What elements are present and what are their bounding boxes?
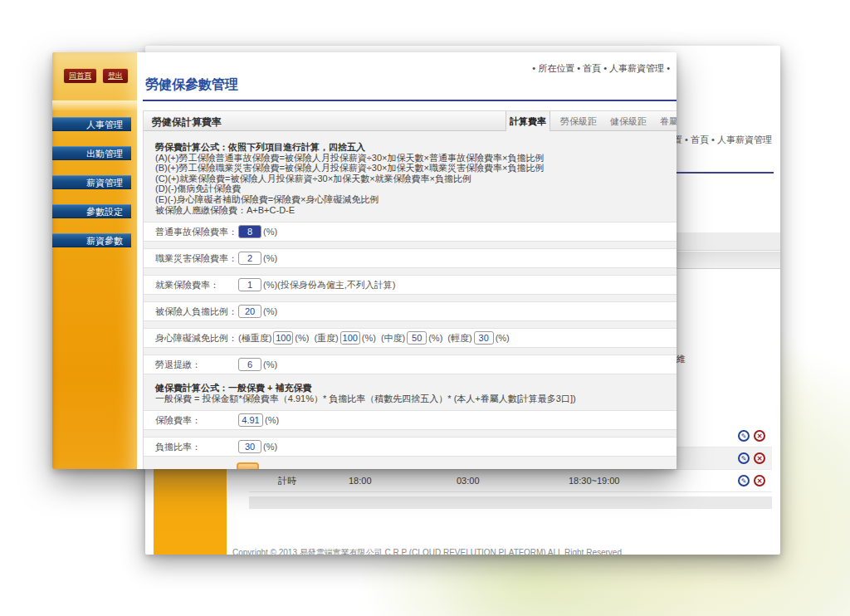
sidebar-item-attendance[interactable]: 出勤管理 — [52, 146, 131, 160]
sidebar-item-parameter-settings[interactable]: 參數設定 — [52, 204, 131, 218]
disability-severe-input[interactable] — [340, 331, 360, 345]
formula-line: (C)(+)就業保險費=被保險人月投保薪資÷30×加保天數×就業保險費率×負擔比… — [155, 174, 665, 184]
severity-label: (中度) — [381, 332, 405, 345]
tab-calculation-rate[interactable]: 計算費率 — [506, 111, 550, 131]
sidebar-item-salary[interactable]: 薪資管理 — [52, 175, 131, 189]
field-label: 勞退提繳： — [155, 359, 238, 371]
field-suffix: (%) — [263, 227, 277, 237]
partially-hidden-text: 維 — [677, 353, 686, 365]
copyright-text: Copyright © 2013 易發雲端實業有限公司 C.R.P (CLOUD… — [232, 547, 622, 555]
field-suffix: (%) — [263, 442, 277, 452]
breadcrumb[interactable]: • 所在位置 • 首頁 • 人事薪資管理 • — [532, 62, 670, 75]
table-footer-bar — [249, 496, 772, 509]
occupational-rate-input[interactable] — [238, 252, 261, 265]
sidebar-highlight — [52, 100, 137, 110]
formula-line: 勞保費計算公式：依照下列項目進行計算，四捨五入 — [155, 142, 665, 153]
health-rate-input[interactable] — [238, 413, 263, 427]
table-cell-type: 計時 — [249, 475, 349, 487]
field-label: 就業保險費率： — [155, 279, 238, 291]
field-suffix: (%) — [362, 333, 376, 343]
save-button[interactable] — [237, 462, 259, 469]
labor-formula-block: 勞保費計算公式：依照下列項目進行計算，四捨五入 (A)(+)勞工保險普通事故保險… — [155, 142, 665, 215]
health-burden-input[interactable] — [238, 440, 261, 453]
table-row[interactable]: 計時 18:00 03:00 18:30~19:00 ✎ ✕ — [249, 470, 772, 492]
insured-burden-input[interactable] — [238, 305, 261, 318]
field-suffix: (%) — [496, 333, 510, 343]
section-title: 勞健保計算費率 — [152, 115, 222, 130]
sidebar-item-salary-parameters[interactable]: 薪資參數 — [52, 233, 131, 247]
form-row-health-rate: 保險費率： (%) — [144, 410, 677, 430]
disability-moderate-input[interactable] — [407, 331, 427, 345]
field-suffix: (%) — [295, 333, 309, 343]
formula-line: (A)(+)勞工保險普通事故保險費=被保險人月投保薪資÷30×加保天數×普通事故… — [155, 153, 665, 164]
field-suffix: (%) — [263, 253, 277, 263]
severity-label: (極重度) — [238, 332, 271, 345]
main-content: • 所在位置 • 首頁 • 人事薪資管理 • 勞健保參數管理 勞健保計算費率 計… — [137, 52, 677, 469]
form-row-occupational-rate: 職業災害保險費率： (%) — [144, 248, 677, 268]
form-row-accident-rate: 普通事故保險費率： (%) — [144, 222, 677, 242]
formula-line: 被保險人應繳保險費：A+B+C-D-E — [155, 205, 665, 216]
tab-health-insurance-brackets[interactable]: 健保級距 — [607, 111, 650, 131]
disability-extreme-input[interactable] — [273, 331, 293, 345]
formula-line: 健保費計算公式：一般保費 + 補充保費 — [155, 383, 665, 394]
home-button[interactable]: 回首頁 — [63, 68, 97, 84]
edit-icon[interactable]: ✎ — [738, 430, 750, 442]
field-label: 普通事故保險費率： — [155, 226, 238, 238]
severity-label: (輕度) — [447, 332, 471, 345]
field-label: 被保險人負擔比例： — [155, 306, 238, 318]
field-label: 身心障礙減免比例： — [155, 332, 238, 345]
delete-icon[interactable]: ✕ — [754, 430, 765, 442]
field-label: 職業災害保險費率： — [155, 252, 238, 265]
form-row-health-burden: 負擔比率： (%) — [144, 437, 677, 457]
formula-line: (B)(+)勞工保險職業災害保險費=被保險人月投保薪資÷30×加保天數×職業災害… — [155, 163, 665, 174]
field-suffix: (%) — [263, 359, 277, 369]
panel-header: 勞健保計算費率 計算費率 勞保級距 健保級距 眷屬稱謂 — [144, 111, 677, 131]
field-suffix: (%)(投保身份為僱主,不列入計算) — [263, 279, 396, 291]
field-label: 負擔比率： — [155, 441, 238, 453]
form-row-insured-burden: 被保險人負擔比例： (%) — [144, 301, 677, 321]
delete-icon[interactable]: ✕ — [754, 475, 765, 486]
field-suffix: (%) — [263, 306, 277, 316]
form-row-disability-discount: 身心障礙減免比例： (極重度) (%) (重度) (%) (中度) (%) (輕… — [144, 328, 677, 348]
formula-line: 一般保費 = 投保金額*保險費率（4.91%）* 負擔比率（積數先四捨五入）* … — [155, 394, 665, 404]
desktop: • 所在位置 • 首頁 • 人事薪資管理 維 ✎ ✕ ✎ ✕ 計時 — [0, 0, 850, 616]
formula-line: (E)(-)身心障礙者補助保險費=保險費×身心障礙減免比例 — [155, 194, 665, 205]
delete-icon[interactable]: ✕ — [754, 452, 765, 464]
form-row-employment-rate: 就業保險費率： (%)(投保身份為僱主,不列入計算) — [144, 275, 677, 295]
tab-bar: 計算費率 勞保級距 健保級距 眷屬稱謂 — [506, 111, 677, 131]
page-title: 勞健保參數管理 — [145, 76, 238, 94]
sidebar-item-hr[interactable]: 人事管理 — [52, 117, 131, 131]
sidebar-menu: 人事管理 出勤管理 薪資管理 參數設定 薪資參數 — [52, 117, 131, 262]
severity-label: (重度) — [314, 332, 338, 345]
edit-icon[interactable]: ✎ — [738, 452, 750, 464]
field-label: 保險費率： — [155, 414, 238, 427]
edit-icon[interactable]: ✎ — [738, 475, 750, 486]
tab-dependent-titles[interactable]: 眷屬稱謂 — [657, 111, 677, 131]
health-formula-block: 健保費計算公式：一般保費 + 補充保費 一般保費 = 投保金額*保險費率（4.9… — [155, 383, 665, 403]
sidebar: 回首頁 登出 人事管理 出勤管理 薪資管理 參數設定 薪資參數 — [52, 52, 137, 469]
field-suffix: (%) — [265, 415, 279, 425]
formula-line: (D)(-)傷病免計保險費 — [155, 183, 665, 194]
form-row-pension-contribution: 勞退提繳： (%) — [144, 354, 677, 374]
disability-mild-input[interactable] — [474, 331, 494, 345]
employment-rate-input[interactable] — [238, 278, 261, 291]
table-cell-range: 18:30~19:00 — [569, 476, 738, 486]
table-cell-end: 03:00 — [457, 476, 569, 486]
table-cell-start: 18:00 — [349, 476, 457, 486]
title-underline — [143, 100, 677, 101]
accident-rate-input[interactable] — [238, 225, 261, 238]
pension-contribution-input[interactable] — [238, 358, 261, 371]
tab-labor-insurance-brackets[interactable]: 勞保級距 — [557, 111, 600, 131]
labor-health-parameter-window: 回首頁 登出 人事管理 出勤管理 薪資管理 參數設定 薪資參數 • 所在位置 •… — [52, 52, 677, 469]
rate-panel: 勞健保計算費率 計算費率 勞保級距 健保級距 眷屬稱謂 勞保費計算公式：依照下列… — [143, 110, 677, 469]
field-suffix: (%) — [428, 333, 442, 343]
logout-button[interactable]: 登出 — [102, 68, 129, 84]
